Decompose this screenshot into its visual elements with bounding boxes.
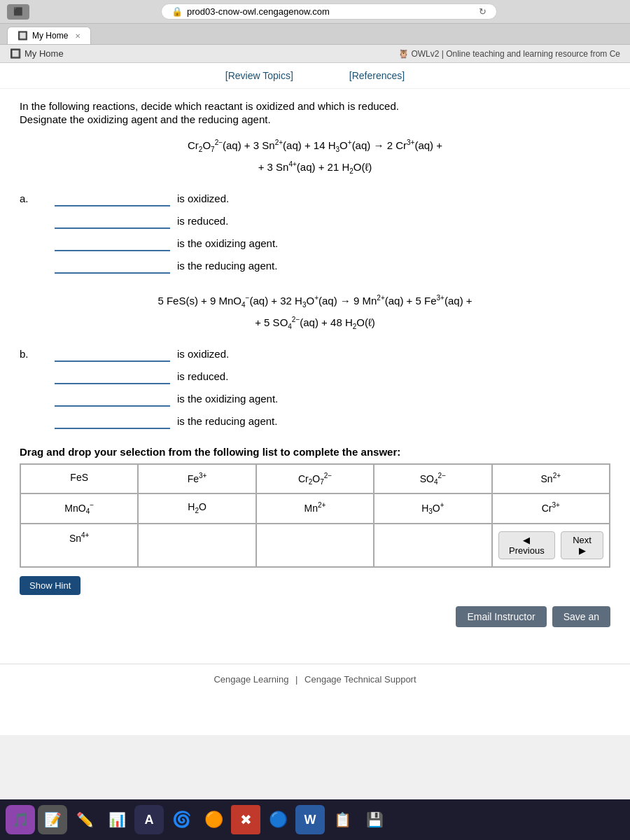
- browser-chrome: ⬛ 🔒 prod03-cnow-owl.cengagenow.com ↻: [0, 0, 630, 24]
- blank-a4-label: is the reducing agent.: [177, 260, 277, 272]
- taskbar-item-blue[interactable]: 🔵: [263, 805, 293, 834]
- address-bar-wrapper: 🔒 prod03-cnow-owl.cengagenow.com ↻: [35, 4, 623, 20]
- drag-empty-1: [138, 524, 255, 567]
- equation-1-block: Cr2O72−(aq) + 3 Sn2+(aq) + 14 H3O+(aq) →…: [20, 135, 610, 178]
- tab-label: My Home: [32, 31, 68, 41]
- save-and-button[interactable]: Save an: [552, 606, 610, 627]
- equation-2-block: 5 FeS(s) + 9 MnO4−(aq) + 32 H3O+(aq) → 9…: [20, 290, 610, 334]
- taskbar-item-x[interactable]: ✖: [231, 805, 260, 834]
- nav-home-label: My Home: [24, 48, 64, 59]
- blank-a1-label: is oxidized.: [177, 192, 229, 204]
- blank-a4-row: is the reducing agent.: [55, 257, 610, 274]
- taskbar-item-swirl[interactable]: 🌀: [167, 805, 196, 834]
- address-bar[interactable]: 🔒 prod03-cnow-owl.cengagenow.com ↻: [161, 4, 497, 20]
- question-area: In the following reactions, decide which…: [0, 89, 630, 650]
- blank-b3-label: is the oxidizing agent.: [177, 393, 278, 405]
- drag-item-cr3[interactable]: Cr3+: [492, 493, 610, 523]
- owl-label: OWLv2 | Online teaching and learning res…: [411, 49, 620, 59]
- drag-item-h3o[interactable]: H3O+: [374, 493, 491, 523]
- drag-empty-3: [374, 524, 491, 567]
- blank-b2[interactable]: [55, 368, 170, 384]
- blank-a4[interactable]: [55, 257, 170, 274]
- taskbar-item-a[interactable]: A: [134, 805, 164, 834]
- refresh-icon[interactable]: ↻: [479, 6, 486, 17]
- taskbar-item-podcast[interactable]: 🎵: [6, 805, 35, 834]
- action-buttons-row: Email Instructor Save an: [20, 606, 610, 627]
- blank-a2-label: is reduced.: [177, 215, 228, 227]
- taskbar-item-orange[interactable]: 🟠: [199, 805, 228, 834]
- taskbar-item-word[interactable]: W: [295, 805, 325, 834]
- eq2-line2: + 5 SO42−(aq) + 48 H2O(ℓ): [20, 312, 610, 334]
- taskbar-item-clipboard[interactable]: 📋: [328, 805, 357, 834]
- blank-a1-row: is oxidized.: [55, 190, 610, 206]
- part-b-label: b.: [20, 345, 48, 360]
- tab-icon: 🔲: [18, 31, 28, 41]
- footer-divider: |: [295, 674, 298, 685]
- tab-my-home[interactable]: 🔲 My Home ✕: [7, 27, 91, 44]
- part-a-label: a.: [20, 190, 48, 204]
- taskbar-item-save[interactable]: 💾: [360, 805, 389, 834]
- blank-b4-label: is the reducing agent.: [177, 415, 277, 427]
- previous-button[interactable]: ◀ Previous: [498, 531, 556, 559]
- drag-item-fe3[interactable]: Fe3+: [138, 464, 255, 493]
- nav-bar: 🔲 My Home 🦉 OWLv2 | Online teaching and …: [0, 45, 630, 63]
- blank-b4[interactable]: [55, 412, 170, 429]
- drag-empty-4: ◀ Previous Next ▶: [492, 524, 610, 567]
- tab-bar: 🔲 My Home ✕: [0, 24, 630, 45]
- eq1-line2: + 3 Sn4+(aq) + 21 H2O(ℓ): [20, 157, 610, 178]
- part-b-section: b. is oxidized. is reduced.: [20, 345, 610, 435]
- top-links-row: [Review Topics] [References]: [0, 63, 630, 89]
- intro-line2: Designate the oxidizing agent and the re…: [20, 113, 610, 125]
- eq1-line1: Cr2O72−(aq) + 3 Sn2+(aq) + 14 H3O+(aq) →…: [20, 135, 610, 157]
- blank-a2-row: is reduced.: [55, 212, 610, 229]
- footer-support[interactable]: Cengage Technical Support: [304, 674, 416, 685]
- taskbar-item-edit[interactable]: ✏️: [70, 805, 99, 834]
- drag-item-sn4[interactable]: Sn4+: [20, 524, 138, 567]
- main-content: [Review Topics] [References] In the foll…: [0, 63, 630, 735]
- part-b-row: b. is oxidized. is reduced.: [20, 345, 610, 435]
- drag-item-h2o[interactable]: H2O: [138, 493, 255, 523]
- show-hint-button[interactable]: Show Hint: [20, 576, 80, 595]
- blank-a3-label: is the oxidizing agent.: [177, 237, 278, 249]
- review-topics-link[interactable]: [Review Topics]: [225, 70, 293, 81]
- nav-my-home[interactable]: 🔲 My Home: [10, 48, 64, 59]
- footer-cengage[interactable]: Cengage Learning: [214, 674, 288, 685]
- blank-b3[interactable]: [55, 390, 170, 407]
- email-instructor-button[interactable]: Email Instructor: [456, 606, 546, 627]
- part-b-blanks: is oxidized. is reduced. is the oxidizin…: [55, 345, 610, 435]
- home-icon: 🔲: [10, 48, 21, 59]
- drag-empty-2: [256, 524, 374, 567]
- blank-b1[interactable]: [55, 345, 170, 362]
- taskbar-item-notes[interactable]: 📝: [38, 805, 67, 834]
- blank-b2-label: is reduced.: [177, 370, 228, 382]
- drag-item-mno4[interactable]: MnO4−: [20, 493, 138, 523]
- next-button[interactable]: Next ▶: [561, 531, 603, 559]
- blank-a2[interactable]: [55, 212, 170, 229]
- taskbar: 🎵 📝 ✏️ 📊 A 🌀 🟠 ✖ 🔵 W 📋 💾: [0, 799, 630, 840]
- drag-item-cr2o7[interactable]: Cr2O72−: [256, 464, 374, 493]
- drag-item-fes[interactable]: FeS: [20, 464, 138, 493]
- show-hint-row: Show Hint: [20, 576, 610, 595]
- eq2-line1: 5 FeS(s) + 9 MnO4−(aq) + 32 H3O+(aq) → 9…: [20, 290, 610, 312]
- blank-a1[interactable]: [55, 190, 170, 206]
- part-a-blanks: is oxidized. is reduced. is the oxidizin…: [55, 190, 610, 279]
- blank-b1-row: is oxidized.: [55, 345, 610, 362]
- references-link[interactable]: [References]: [349, 70, 405, 81]
- blank-a3-row: is the oxidizing agent.: [55, 234, 610, 251]
- drag-grid: FeS Fe3+ Cr2O72− SO42− Sn2+ MnO4− H2O Mn…: [20, 463, 610, 568]
- drag-item-mn2[interactable]: Mn2+: [256, 493, 374, 523]
- drag-drop-header: Drag and drop your selection from the fo…: [20, 446, 610, 458]
- address-text: prod03-cnow-owl.cengagenow.com: [187, 6, 330, 17]
- owl-nav-item: 🦉 OWLv2 | Online teaching and learning r…: [398, 49, 620, 59]
- blank-b4-row: is the reducing agent.: [55, 412, 610, 429]
- tab-close-icon[interactable]: ✕: [75, 32, 80, 40]
- taskbar-item-chart[interactable]: 📊: [102, 805, 132, 834]
- drag-item-so4[interactable]: SO42−: [374, 464, 491, 493]
- blank-b3-row: is the oxidizing agent.: [55, 390, 610, 407]
- window-controls: ⬛: [7, 4, 29, 20]
- blank-b2-row: is reduced.: [55, 368, 610, 384]
- intro-line1: In the following reactions, decide which…: [20, 100, 610, 112]
- drag-item-sn2[interactable]: Sn2+: [492, 464, 610, 493]
- part-a-row: a. is oxidized. is reduced.: [20, 190, 610, 279]
- blank-a3[interactable]: [55, 234, 170, 251]
